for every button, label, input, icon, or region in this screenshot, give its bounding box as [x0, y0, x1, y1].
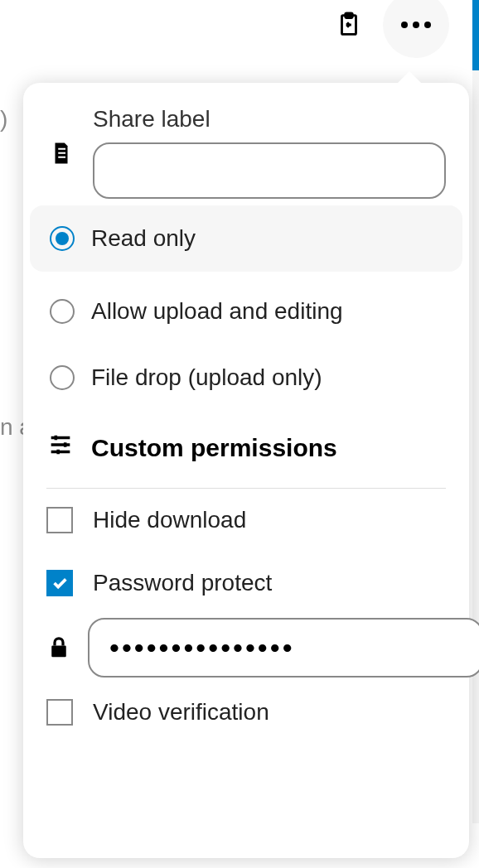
radio-icon: [50, 365, 75, 390]
radio-icon: [50, 226, 75, 251]
svg-rect-4: [58, 157, 65, 158]
option-allow-upload[interactable]: Allow upload and editing: [23, 278, 469, 345]
file-text-icon: [46, 106, 76, 166]
custom-permissions-row[interactable]: Custom permissions: [23, 411, 469, 488]
lock-icon: [46, 635, 71, 660]
checkbox-icon: [46, 699, 73, 726]
custom-permissions-label: Custom permissions: [91, 434, 337, 462]
password-protect-row[interactable]: Password protect: [23, 552, 469, 615]
password-field-row: [23, 615, 469, 681]
option-file-drop[interactable]: File drop (upload only): [23, 345, 469, 411]
svg-rect-1: [346, 13, 353, 18]
share-label-input[interactable]: [93, 142, 446, 199]
share-label-section: Share label: [23, 83, 469, 199]
clipboard-arrow-icon[interactable]: [335, 11, 363, 39]
more-options-button[interactable]: [383, 0, 449, 58]
top-toolbar: [0, 0, 472, 50]
option-label: Read only: [91, 225, 196, 252]
password-protect-label: Password protect: [93, 570, 272, 596]
password-input[interactable]: [88, 618, 479, 678]
hide-download-row[interactable]: Hide download: [23, 489, 469, 552]
background-text: ) n a: [0, 0, 23, 868]
video-verification-row[interactable]: Video verification: [23, 681, 469, 744]
video-verification-label: Video verification: [93, 699, 269, 726]
svg-rect-3: [58, 152, 65, 154]
bg-frag-1: ): [0, 106, 7, 133]
more-horizontal-icon: [401, 22, 431, 28]
sliders-icon: [46, 431, 75, 465]
option-label: File drop (upload only): [91, 364, 322, 391]
share-label-title: Share label: [93, 106, 446, 133]
accent-bar: [472, 0, 479, 70]
option-label: Allow upload and editing: [91, 298, 343, 325]
svg-rect-2: [58, 148, 65, 150]
svg-rect-5: [51, 646, 66, 658]
hide-download-label: Hide download: [93, 507, 246, 533]
share-settings-popover: Share label Read only Allow upload and e…: [23, 83, 469, 858]
option-read-only[interactable]: Read only: [30, 205, 462, 272]
scrollbar-track[interactable]: [472, 70, 479, 823]
radio-icon: [50, 299, 75, 324]
checkbox-icon: [46, 570, 73, 596]
checkbox-icon: [46, 507, 73, 533]
